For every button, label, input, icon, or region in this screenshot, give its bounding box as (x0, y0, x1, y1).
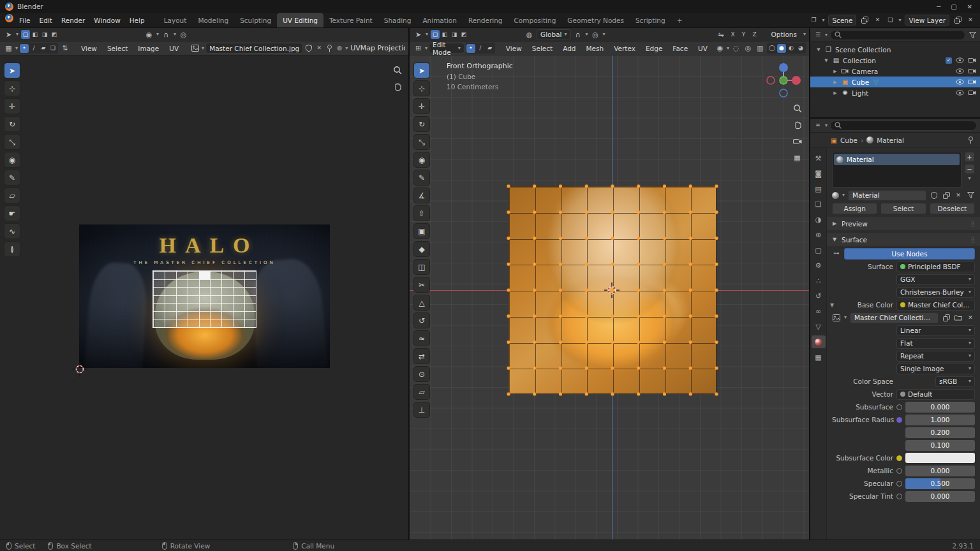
tool-polybuild-button[interactable]: △ (414, 295, 429, 310)
image-browse-icon[interactable] (832, 313, 841, 322)
gizmo-x-axis[interactable] (792, 76, 801, 85)
proportional-editing-icon[interactable]: ◎ (590, 29, 601, 40)
select-mode-extend-icon[interactable]: ◧ (31, 30, 40, 39)
uv-menu-uv[interactable]: UV (165, 45, 183, 52)
tool-smooth-button[interactable]: ≈ (414, 331, 429, 346)
tab-constraints[interactable]: ∞ (812, 305, 826, 318)
tool-grab-button[interactable]: ☛ (4, 206, 20, 221)
tool-shrink-fatten-button[interactable]: ⊙ (414, 367, 429, 381)
fake-user-shield-icon[interactable] (304, 44, 313, 53)
scene-browse-icon[interactable]: ❐ (809, 16, 818, 25)
socket-icon[interactable] (896, 494, 902, 499)
show-overlays-icon[interactable]: ◎ (743, 43, 754, 54)
navigation-gizmo[interactable] (766, 62, 801, 98)
image-browse-icon[interactable] (189, 43, 200, 54)
camera-view-icon[interactable] (792, 136, 803, 147)
vp-menu-vertex[interactable]: Vertex (609, 45, 640, 52)
menu-edit[interactable]: Edit (35, 13, 57, 27)
extension-dropdown[interactable]: Repeat ▾ (896, 351, 975, 362)
menu-help[interactable]: Help (125, 13, 149, 27)
socket-icon[interactable] (896, 481, 902, 487)
specular-tint-slider[interactable]: 0.000 (905, 491, 975, 502)
row-label[interactable]: Collection (843, 57, 876, 64)
uv-vertex-mode-icon[interactable]: • (20, 44, 29, 53)
drag-handle-icon[interactable]: ⣿ (970, 221, 974, 227)
image-datablock-selector[interactable]: Master Chief Collection.jpg (205, 43, 303, 54)
uv-island-mode-icon[interactable]: ❏ (48, 44, 57, 53)
tool-annotate-button[interactable]: ✎ (4, 170, 20, 185)
menu-window[interactable]: Window (89, 13, 124, 27)
shading-rendered-icon[interactable]: ◕ (796, 44, 805, 53)
mirror-y-toggle[interactable]: Y (739, 30, 748, 39)
tab-render[interactable]: ◙ (812, 167, 826, 180)
expander-icon[interactable]: ▼ (815, 47, 822, 52)
uv-menu-image[interactable]: Image (133, 45, 163, 52)
socket-icon[interactable] (896, 468, 902, 474)
uv-edge-mode-icon[interactable]: ∕ (29, 44, 38, 53)
vp-menu-mesh[interactable]: Mesh (582, 45, 609, 52)
deselect-button[interactable]: Deselect (930, 203, 975, 214)
select-mode-intersect-icon[interactable]: ◩ (50, 30, 59, 39)
editor-type-uv-icon[interactable]: ▦ (3, 43, 14, 54)
color-space-dropdown[interactable]: sRGB ▾ (935, 376, 975, 387)
tool-scale-button[interactable]: ⤡ (414, 135, 429, 149)
row-label[interactable]: Scene Collection (835, 46, 891, 54)
hide-eye-icon[interactable] (956, 79, 964, 85)
subsurface-color-swatch[interactable] (905, 453, 975, 463)
zoom-icon[interactable] (792, 103, 803, 114)
uv-menu-select[interactable]: Select (103, 45, 132, 52)
workspace-tab-texture-paint[interactable]: Texture Paint (323, 13, 378, 27)
workspace-tab-uv-editing[interactable]: UV Editing (277, 13, 323, 27)
pin-id-icon[interactable] (966, 136, 975, 145)
gizmo-x-neg-axis[interactable] (767, 77, 775, 84)
material-slot-active[interactable]: Material (834, 154, 960, 165)
render-visibility-icon[interactable] (968, 68, 976, 74)
tool-select-box-button[interactable]: ➤ (4, 63, 20, 78)
expander-icon[interactable]: ▶ (832, 69, 838, 74)
tool-cursor-button[interactable]: ⊹ (414, 81, 429, 96)
tab-scene[interactable]: ◑ (812, 213, 826, 226)
color-socket-icon[interactable] (896, 455, 902, 461)
select-mode-intersect-icon[interactable]: ◩ (459, 30, 468, 39)
subsurface-radius-y-field[interactable]: 0.200 (905, 427, 975, 438)
tab-output[interactable]: ▤ (812, 182, 826, 195)
select-mode-new-icon[interactable]: ▢ (431, 30, 440, 39)
expander-icon[interactable]: ▼ (823, 58, 829, 63)
active-tool-icon[interactable]: ➤ (413, 29, 424, 40)
unlink-image-icon[interactable]: ✕ (966, 313, 975, 322)
outliner-row-light[interactable]: ▶ ✺ Light (810, 87, 980, 98)
unlink-material-icon[interactable]: ✕ (954, 191, 963, 200)
tool-transform-button[interactable]: ◉ (414, 152, 429, 167)
add-slot-button[interactable]: + (965, 152, 975, 162)
show-gizmo-icon[interactable]: ◌ (731, 43, 741, 54)
interpolation-dropdown[interactable]: Linear ▾ (896, 325, 975, 336)
tool-rotate-button[interactable]: ↻ (4, 117, 20, 131)
select-mode-extend-icon[interactable]: ◧ (440, 30, 449, 39)
outliner-search-input[interactable] (830, 30, 965, 40)
subsurface-radius-x-field[interactable]: 1.000 (905, 415, 975, 425)
outliner-row-collection[interactable]: ▼ ▤ Collection ✓ (810, 55, 980, 66)
tool-cursor-button[interactable]: ⊹ (4, 81, 20, 96)
tab-object-data[interactable]: ▽ (812, 320, 826, 333)
shading-material-icon[interactable]: ◐ (787, 44, 796, 53)
vertex-select-mode-icon[interactable]: • (466, 44, 475, 53)
minimize-button[interactable]: ─ (937, 3, 940, 10)
image-name-field[interactable]: Master Chief Collection.jpg (850, 312, 939, 323)
preview-panel-header[interactable]: ▶ Preview ⣿ (827, 217, 980, 230)
open-image-icon[interactable] (954, 313, 963, 322)
remove-view-layer-icon[interactable]: ✕ (966, 16, 975, 25)
tool-bevel-button[interactable]: ◆ (414, 242, 429, 256)
uv-menu-view[interactable]: View (77, 45, 101, 52)
tool-knife-button[interactable]: ✂ (414, 277, 429, 292)
vp-canvas[interactable]: ➤ ⊹ ✛ ↻ ⤡ ◉ ✎ ∡ ⇧ ▣ ◆ ◫ ✂ △ ↺ ≈ ⇄ (410, 55, 809, 540)
workspace-tab-compositing[interactable]: Compositing (509, 13, 562, 27)
workspace-tab-animation[interactable]: Animation (417, 13, 463, 27)
row-label[interactable]: Light (852, 89, 868, 97)
tool-move-button[interactable]: ✛ (4, 99, 20, 114)
workspace-tab-rendering[interactable]: Rendering (463, 13, 509, 27)
pin-icon[interactable] (325, 44, 334, 53)
workspace-tab-geometry-nodes[interactable]: Geometry Nodes (561, 13, 630, 27)
vp-menu-edge[interactable]: Edge (641, 45, 667, 52)
tool-select-box-button[interactable]: ➤ (414, 63, 429, 78)
tool-shear-button[interactable]: ▱ (414, 385, 429, 399)
